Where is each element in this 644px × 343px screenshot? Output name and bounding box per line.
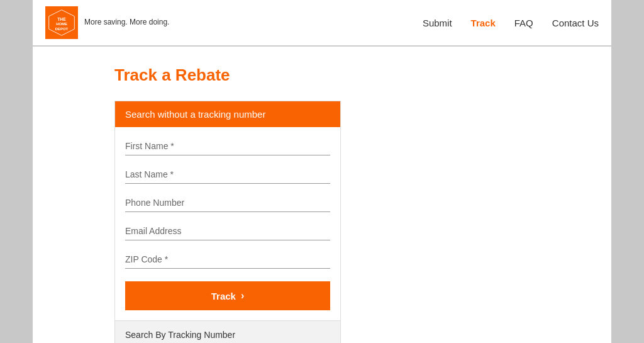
zip-field [125, 250, 330, 269]
svg-text:DEPOT: DEPOT [55, 27, 69, 31]
search-by-tracking-number[interactable]: Search By Tracking Number [115, 320, 340, 343]
site-header: THE HOME DEPOT More saving. More doing. … [33, 0, 611, 47]
svg-text:THE: THE [57, 17, 66, 21]
phone-field [125, 194, 330, 212]
track-button[interactable]: Track › [125, 281, 330, 310]
svg-text:HOME: HOME [56, 22, 67, 26]
page-title: Track a Rebate [114, 65, 592, 85]
nav-contact[interactable]: Contact Us [552, 18, 599, 28]
nav-faq[interactable]: FAQ [514, 18, 533, 28]
home-depot-logo: THE HOME DEPOT [45, 6, 78, 39]
main-content: Track a Rebate Search without a tracking… [33, 47, 611, 343]
last-name-input[interactable] [125, 166, 330, 184]
first-name-field [125, 137, 330, 155]
chevron-right-icon: › [241, 290, 244, 301]
tracking-number-label: Search By Tracking Number [125, 330, 235, 340]
first-name-input[interactable] [125, 137, 330, 155]
logo-area: THE HOME DEPOT More saving. More doing. [45, 6, 169, 39]
main-nav: Submit Track FAQ Contact Us [423, 18, 599, 28]
zip-input[interactable] [125, 250, 330, 269]
nav-track[interactable]: Track [471, 18, 496, 28]
last-name-field [125, 166, 330, 184]
email-input[interactable] [125, 222, 330, 240]
rebate-form-card: Search without a tracking number [114, 101, 341, 343]
nav-submit[interactable]: Submit [423, 18, 452, 28]
track-button-label: Track [211, 291, 236, 301]
search-header-label: Search without a tracking number [125, 109, 265, 120]
phone-input[interactable] [125, 194, 330, 212]
form-header: Search without a tracking number [115, 101, 340, 127]
email-field [125, 222, 330, 240]
logo-tagline: More saving. More doing. [84, 18, 169, 28]
form-body: Track › [115, 137, 340, 320]
